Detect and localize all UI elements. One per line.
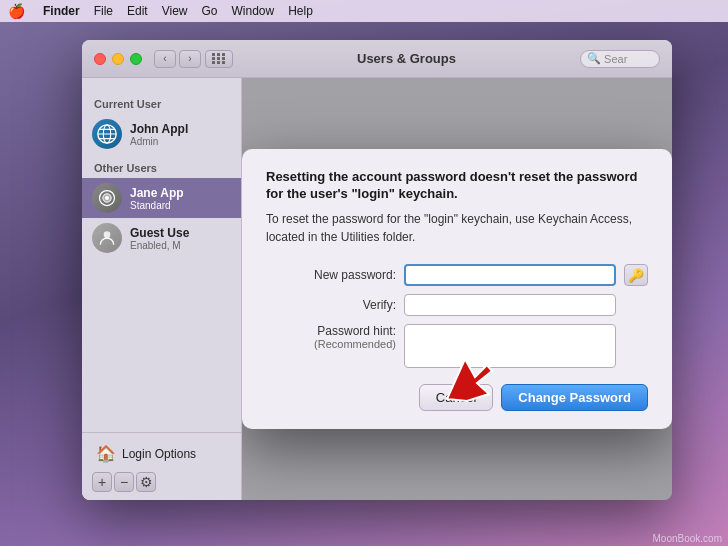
house-icon: 🏠 — [96, 444, 116, 463]
cancel-button[interactable]: Cancel — [419, 384, 493, 411]
hint-sub-label: (Recommended) — [314, 338, 396, 350]
sidebar-item-guest[interactable]: Guest Use Enabled, M — [82, 218, 241, 258]
modal-header: Resetting the account password doesn't r… — [266, 169, 648, 203]
avatar-john — [92, 119, 122, 149]
desktop: 🍎 Finder File Edit View Go Window Help ‹… — [0, 0, 728, 546]
hint-input[interactable] — [404, 324, 616, 368]
finder-menu[interactable]: Finder — [43, 4, 80, 18]
avatar-jane — [92, 183, 122, 213]
modal-form: New password: 🔑 Verify: — [266, 264, 648, 368]
close-button[interactable] — [94, 53, 106, 65]
verify-label: Verify: — [266, 298, 396, 312]
change-password-modal: Resetting the account password doesn't r… — [242, 149, 672, 430]
verify-row: Verify: — [266, 294, 648, 316]
window-title: Users & Groups — [233, 51, 580, 66]
jane-text: Jane App Standard — [130, 186, 184, 211]
help-menu[interactable]: Help — [288, 4, 313, 18]
key-icon: 🔑 — [628, 268, 644, 283]
current-user-label: Current User — [82, 94, 241, 114]
sidebar: Current User John Appl Admin — [82, 78, 242, 500]
window-content: Current User John Appl Admin — [82, 78, 672, 500]
john-name: John Appl — [130, 122, 188, 136]
john-role: Admin — [130, 136, 188, 147]
sidebar-item-john[interactable]: John Appl Admin — [82, 114, 241, 154]
guest-status: Enabled, M — [130, 240, 189, 251]
other-users-label: Other Users — [82, 158, 241, 178]
search-icon: 🔍 — [587, 52, 601, 65]
guest-text: Guest Use Enabled, M — [130, 226, 189, 251]
login-options-button[interactable]: 🏠 Login Options — [92, 441, 231, 466]
grid-view-button[interactable] — [205, 50, 233, 68]
minimize-button[interactable] — [112, 53, 124, 65]
maximize-button[interactable] — [130, 53, 142, 65]
window-titlebar: ‹ › Users & Groups 🔍 Sear — [82, 40, 672, 78]
verify-input[interactable] — [404, 294, 616, 316]
new-password-row: New password: 🔑 — [266, 264, 648, 286]
edit-menu[interactable]: Edit — [127, 4, 148, 18]
go-menu[interactable]: Go — [202, 4, 218, 18]
apple-menu-icon[interactable]: 🍎 — [8, 3, 25, 19]
hint-label-block: Password hint: (Recommended) — [266, 324, 396, 350]
guest-name: Guest Use — [130, 226, 189, 240]
jane-name: Jane App — [130, 186, 184, 200]
main-window: ‹ › Users & Groups 🔍 Sear Current User — [82, 40, 672, 500]
avatar-guest — [92, 223, 122, 253]
menubar: 🍎 Finder File Edit View Go Window Help — [0, 0, 728, 22]
hint-row: Password hint: (Recommended) — [266, 324, 648, 368]
watermark: MoonBook.com — [653, 533, 722, 544]
new-password-input[interactable] — [404, 264, 616, 286]
svg-point-6 — [105, 196, 109, 200]
back-button[interactable]: ‹ — [154, 50, 176, 68]
search-box[interactable]: 🔍 Sear — [580, 50, 660, 68]
modal-body: To reset the password for the "login" ke… — [266, 210, 648, 246]
jane-role: Standard — [130, 200, 184, 211]
sidebar-bottom: 🏠 Login Options + − ⚙ — [82, 432, 241, 500]
nav-buttons: ‹ › — [154, 50, 201, 68]
svg-point-7 — [104, 231, 111, 238]
modal-buttons: Cancel Change Password — [266, 384, 648, 411]
login-options-label: Login Options — [122, 447, 196, 461]
john-text: John Appl Admin — [130, 122, 188, 147]
add-remove-buttons: + − ⚙ — [92, 472, 231, 492]
forward-button[interactable]: › — [179, 50, 201, 68]
change-password-button[interactable]: Change Password — [501, 384, 648, 411]
hint-main-label: Password hint: — [317, 324, 396, 338]
sidebar-item-jane[interactable]: Jane App Standard — [82, 178, 241, 218]
grid-icon — [212, 53, 226, 64]
modal-overlay: Resetting the account password doesn't r… — [242, 78, 672, 500]
traffic-lights — [94, 53, 142, 65]
key-icon-button[interactable]: 🔑 — [624, 264, 648, 286]
remove-user-button[interactable]: − — [114, 472, 134, 492]
add-user-button[interactable]: + — [92, 472, 112, 492]
window-menu[interactable]: Window — [232, 4, 275, 18]
new-password-label: New password: — [266, 268, 396, 282]
file-menu[interactable]: File — [94, 4, 113, 18]
main-panel: asswo Allow user to administer this comp… — [242, 78, 672, 500]
settings-button[interactable]: ⚙ — [136, 472, 156, 492]
view-menu[interactable]: View — [162, 4, 188, 18]
